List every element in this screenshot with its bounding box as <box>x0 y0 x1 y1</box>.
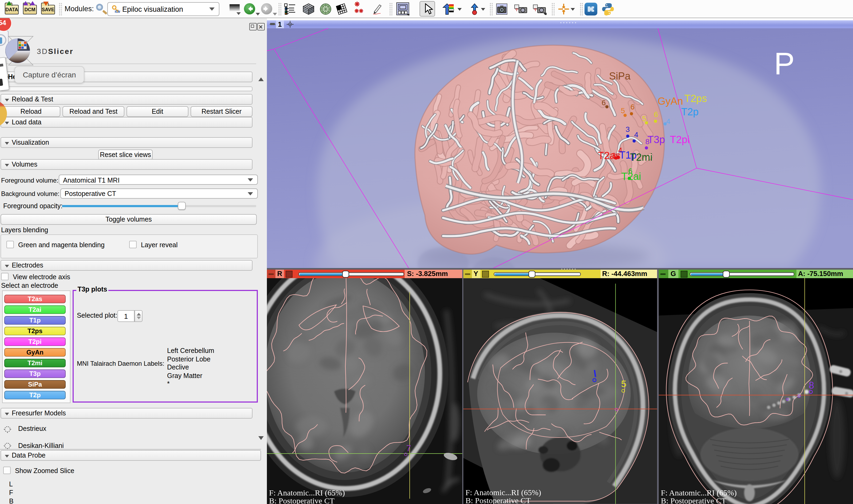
svg-text:SiPa: SiPa <box>609 70 631 82</box>
svg-text:T2p: T2p <box>681 106 698 117</box>
svg-text:B: Postoperative CT: B: Postoperative CT <box>269 496 334 504</box>
svg-text:5: 5 <box>642 114 647 123</box>
svg-text:F: Anatomic...RI (65%): F: Anatomic...RI (65%) <box>465 488 541 497</box>
svg-text:B: Postoperative CT: B: Postoperative CT <box>465 496 530 504</box>
svg-text:5: 5 <box>621 378 626 389</box>
svg-text:T2as: T2as <box>598 150 620 161</box>
svg-text:T3p: T3p <box>648 134 665 145</box>
svg-text:6: 6 <box>630 103 635 111</box>
svg-text:7: 7 <box>406 444 411 453</box>
svg-text:T2ps: T2ps <box>684 93 707 104</box>
svg-text:B: Postoperative CT: B: Postoperative CT <box>661 496 726 504</box>
svg-text:T2pi: T2pi <box>670 134 690 145</box>
svg-text:8: 8 <box>809 380 814 391</box>
svg-text:4: 4 <box>666 117 670 125</box>
svg-text:T2ai: T2ai <box>621 170 641 182</box>
svg-text:3: 3 <box>625 125 630 133</box>
svg-text:F: Anatomic...RI (65%): F: Anatomic...RI (65%) <box>269 488 345 497</box>
svg-text:GyAn: GyAn <box>658 95 683 107</box>
svg-text:6: 6 <box>602 98 606 107</box>
svg-text:P: P <box>774 46 795 80</box>
svg-text:4: 4 <box>634 130 638 139</box>
svg-text:6: 6 <box>654 110 658 118</box>
svg-text:5: 5 <box>621 106 625 114</box>
svg-text:ICM: ICM <box>115 10 120 13</box>
svg-text:T2mi: T2mi <box>630 151 652 163</box>
svg-text:F: Anatomic...RI (65%): F: Anatomic...RI (65%) <box>661 488 737 497</box>
